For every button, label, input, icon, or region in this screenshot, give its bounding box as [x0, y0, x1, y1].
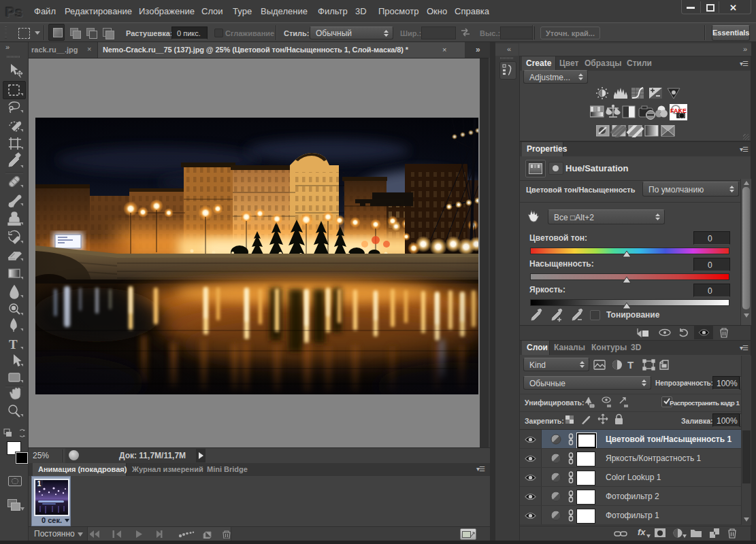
svg-text:T: T: [627, 359, 634, 371]
svg-text:FAKE: FAKE: [670, 107, 687, 114]
svg-text:T: T: [9, 337, 18, 352]
